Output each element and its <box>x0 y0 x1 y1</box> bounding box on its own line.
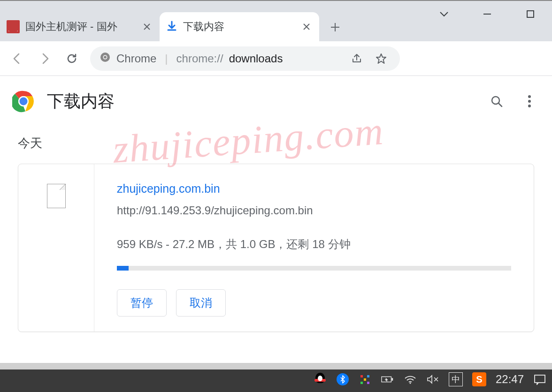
bluetooth-icon[interactable] <box>336 373 349 386</box>
svg-point-10 <box>528 105 531 107</box>
separator: | <box>165 52 168 65</box>
svg-rect-14 <box>535 375 545 383</box>
back-button[interactable] <box>8 50 26 68</box>
star-icon[interactable] <box>372 49 391 68</box>
forward-button[interactable] <box>36 50 54 68</box>
svg-point-3 <box>104 56 107 59</box>
chevron-down-icon[interactable] <box>422 1 466 27</box>
qq-icon[interactable] <box>314 373 327 386</box>
tab-active[interactable]: 下载内容 <box>160 12 319 41</box>
download-progress-text: 959 KB/s - 27.2 MB，共 1.0 GB，还剩 18 分钟 <box>117 237 511 252</box>
url-path: downloads <box>229 52 283 65</box>
ime-indicator[interactable]: 中 <box>449 372 463 386</box>
url-prefix: chrome:// <box>176 52 223 65</box>
pause-button[interactable]: 暂停 <box>117 289 167 317</box>
divider <box>0 363 552 367</box>
toolbar: Chrome | chrome://downloads <box>0 41 552 76</box>
cancel-button[interactable]: 取消 <box>176 289 226 317</box>
address-bar[interactable]: Chrome | chrome://downloads <box>90 46 400 71</box>
share-icon[interactable] <box>347 49 366 68</box>
downloads-header: 下载内容 <box>0 76 552 127</box>
download-filename[interactable]: zhujiceping.com.bin <box>117 182 220 196</box>
download-item: zhujiceping.com.bin http://91.149.253.9/… <box>18 164 534 332</box>
clock[interactable]: 22:47 <box>496 373 524 386</box>
taskbar: 中 S 22:47 <box>0 367 552 392</box>
sogou-ime-icon[interactable]: S <box>472 372 486 386</box>
notifications-icon[interactable] <box>533 373 546 386</box>
download-details: zhujiceping.com.bin http://91.149.253.9/… <box>94 164 534 332</box>
reload-button[interactable] <box>63 50 81 68</box>
svg-point-6 <box>20 98 28 106</box>
svg-point-8 <box>528 95 531 98</box>
close-tab-button[interactable] <box>141 21 153 33</box>
downloads-content: 今天 zhujiceping.com.bin http://91.149.253… <box>0 127 552 332</box>
progress-bar <box>117 266 511 271</box>
battery-icon[interactable] <box>381 373 394 386</box>
search-icon[interactable] <box>486 91 507 112</box>
svg-rect-12 <box>391 378 393 381</box>
omnibox-label: Chrome <box>116 52 156 65</box>
file-icon <box>47 184 66 208</box>
download-icon <box>166 20 177 33</box>
svg-point-9 <box>528 100 531 103</box>
tab-title: 国外主机测评 - 国外 <box>25 20 135 34</box>
minimize-button[interactable] <box>466 1 509 27</box>
site-favicon <box>7 20 20 33</box>
chrome-logo-icon <box>12 90 35 113</box>
download-icon-column <box>18 164 94 332</box>
tab-title: 下载内容 <box>183 20 295 34</box>
progress-fill <box>117 266 129 271</box>
chrome-badge-icon <box>100 52 111 66</box>
volume-muted-icon[interactable] <box>426 373 439 386</box>
wifi-icon[interactable] <box>404 373 417 386</box>
close-tab-button[interactable] <box>300 21 313 33</box>
page-title: 下载内容 <box>47 90 474 113</box>
download-source-url: http://91.149.253.9/zhujiceping.com.bin <box>117 204 511 217</box>
tab-strip: 国外主机测评 - 国外 下载内容 <box>0 0 552 41</box>
new-tab-button[interactable] <box>324 16 346 38</box>
color-grid-icon[interactable] <box>359 373 372 386</box>
window-controls <box>422 1 552 27</box>
download-actions: 暂停 取消 <box>117 289 511 317</box>
tab-inactive[interactable]: 国外主机测评 - 国外 <box>0 12 160 41</box>
date-section-label: 今天 <box>18 135 534 151</box>
svg-rect-0 <box>527 11 534 17</box>
svg-point-13 <box>409 383 411 384</box>
maximize-button[interactable] <box>509 1 552 27</box>
more-menu-icon[interactable] <box>519 91 540 112</box>
